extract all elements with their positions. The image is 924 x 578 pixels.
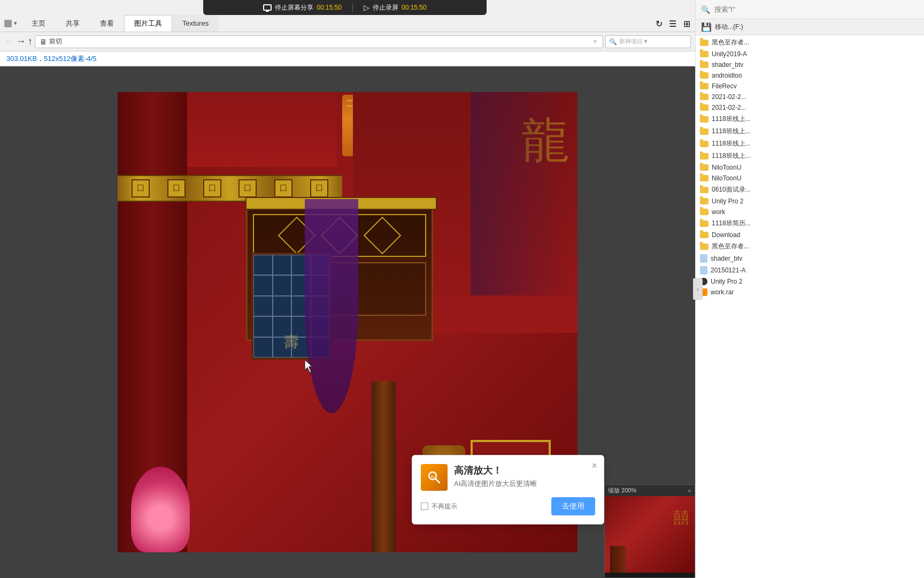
- path-bar: 303.01KB，512x512像素 - 4/5: [0, 51, 695, 66]
- tree-item-1[interactable]: Unity2019-A: [696, 49, 924, 59]
- folder-icon: [700, 62, 709, 68]
- file-size: 303.01KB，512x512像素: [6, 54, 84, 64]
- sidebar-search-bar: 🔍: [696, 0, 924, 19]
- sidebar-location: 💾 移动...(F:): [696, 19, 924, 35]
- folder-icon: [700, 40, 709, 46]
- tree-item-15[interactable]: work: [696, 207, 924, 217]
- search-box[interactable]: 🔍 新神项目▼: [605, 35, 691, 48]
- stop-record-item[interactable]: ▷ 停止录屏 00:15:50: [364, 3, 427, 12]
- tree-item-20[interactable]: 20150121-A: [696, 264, 924, 276]
- address-bar[interactable]: 🖥 前切 ▼: [35, 35, 603, 48]
- tree-item-label-0: 黑色至存者...: [712, 38, 749, 47]
- tree-item-11[interactable]: NiloToonU: [696, 162, 924, 173]
- tree-item-0[interactable]: 黑色至存者...: [696, 36, 924, 49]
- right-sidebar: 🔍 💾 移动...(F:) 黑色至存者... Unity2019-A shade…: [695, 0, 924, 578]
- refresh-btn[interactable]: ↻: [652, 17, 665, 30]
- tree-item-5[interactable]: 2021-02-2...: [696, 92, 924, 102]
- action-btn[interactable]: 去使用: [551, 497, 595, 515]
- folder-icon: [700, 104, 709, 111]
- tree-item-8[interactable]: 1118班线上...: [696, 125, 924, 138]
- forward-icon[interactable]: →: [16, 36, 26, 47]
- tab-image-tools[interactable]: 图片工具: [124, 15, 172, 32]
- thumb-happi: 囍: [673, 507, 689, 529]
- tree-item-21[interactable]: Unity Pro 2: [696, 276, 924, 287]
- thumb-column: [610, 546, 626, 573]
- tree-item-12[interactable]: NiloToonU: [696, 173, 924, 184]
- folder-icon: [700, 175, 709, 181]
- tree-item-10[interactable]: 1118班线上...: [696, 150, 924, 162]
- tree-item-label-15: work: [712, 208, 725, 216]
- tree-item-label-22: work.rar: [711, 288, 734, 296]
- address-text: 前切: [49, 37, 62, 46]
- tree-item-22[interactable]: work.rar: [696, 287, 924, 298]
- tree-item-label-18: 黑色至存者...: [712, 242, 749, 251]
- tree-item-label-1: Unity2019-A: [712, 50, 747, 58]
- lp: [253, 275, 273, 295]
- zoom-level: 缩放 200%: [608, 486, 636, 495]
- tree-item-3[interactable]: androidtoo: [696, 70, 924, 81]
- folder-icon: [700, 153, 709, 159]
- tree-item-label-9: 1118班线上...: [712, 139, 751, 148]
- tree-item-2[interactable]: shader_btv: [696, 59, 924, 70]
- svg-text:AI: AI: [430, 474, 435, 479]
- folder-icon: [700, 220, 709, 227]
- tree-item-18[interactable]: 黑色至存者...: [696, 240, 924, 253]
- no-remind-label: 不再提示: [432, 502, 457, 511]
- tab-home[interactable]: 主页: [21, 15, 56, 32]
- collapse-sidebar-btn[interactable]: ›: [693, 278, 703, 300]
- thumbnail-close[interactable]: ×: [688, 488, 691, 494]
- tree-item-6[interactable]: 2021-02-2...: [696, 102, 924, 113]
- stop-share-item[interactable]: 停止屏幕分享 00:15:50: [263, 3, 342, 12]
- no-remind-checkbox[interactable]: [421, 503, 428, 510]
- curtain: [471, 92, 578, 295]
- popup-close-btn[interactable]: ×: [591, 461, 597, 470]
- thumb-content: 囍: [605, 496, 695, 573]
- popup-desc: AI高清使图片放大后更清晰: [454, 479, 537, 489]
- tree-item-label-19: shader_btv: [711, 255, 742, 262]
- folder-icon: [700, 232, 709, 238]
- tab-share[interactable]: 共享: [56, 15, 90, 32]
- tree-item-9[interactable]: 1118班线上...: [696, 138, 924, 150]
- tree-item-label-12: NiloToonU: [712, 174, 741, 182]
- tree-item-label-4: FileRecv: [712, 82, 737, 90]
- back-icon[interactable]: ←: [4, 36, 14, 47]
- stop-share-label: 停止屏幕分享: [275, 3, 313, 12]
- nav-row: ← → ↑ 🖥 前切 ▼ 🔍 新神项目▼: [0, 32, 695, 51]
- tree-item-13[interactable]: 0610面试录...: [696, 184, 924, 196]
- tree-item-17[interactable]: Download: [696, 230, 924, 240]
- popup-icon: AI: [421, 464, 448, 491]
- divider: [352, 3, 353, 12]
- thumbnail-panel: 缩放 200% × 囍: [604, 484, 695, 578]
- folder-icon: [700, 187, 709, 193]
- fullscreen-btn[interactable]: ⊞: [680, 17, 693, 30]
- page-info: 4/5: [87, 55, 96, 63]
- popup-footer: 不再提示 去使用: [421, 497, 595, 515]
- pattern-2: 囗: [167, 179, 186, 197]
- share-timer: 00:15:50: [317, 4, 342, 11]
- tree-item-4[interactable]: FileRecv: [696, 81, 924, 92]
- tree-item-label-8: 1118班线上...: [712, 127, 751, 136]
- diamond3: [364, 217, 402, 255]
- folder-icon: [700, 94, 709, 100]
- tree-item-7[interactable]: 1118班线上...: [696, 113, 924, 125]
- tab-textures[interactable]: Textures: [172, 15, 219, 32]
- tree-item-14[interactable]: Unity Pro 2: [696, 196, 924, 207]
- tree-item-16[interactable]: 1118班简历...: [696, 217, 924, 230]
- folder-icon: [700, 141, 709, 147]
- popup-title: 高清放大！: [454, 464, 537, 477]
- location-text: 移动...(F:): [715, 22, 743, 32]
- tree-item-label-3: androidtoo: [712, 72, 742, 79]
- column: [372, 381, 396, 552]
- lp: [273, 275, 292, 295]
- popup-notification: × AI 高清放大！ AI高清使图片放大后更清晰 不再提示 去使用: [412, 455, 604, 524]
- folder-icon: [700, 116, 709, 123]
- sidebar-search-input[interactable]: [714, 5, 919, 13]
- menu-btn[interactable]: ☰: [666, 17, 679, 30]
- stop-record-label: 停止录屏: [373, 3, 398, 12]
- folder-icon: [700, 83, 709, 89]
- popup-icon-img: AI: [421, 464, 448, 491]
- tree-item-label-11: NiloToonU: [712, 164, 741, 171]
- up-icon[interactable]: ↑: [28, 36, 33, 47]
- tree-item-19[interactable]: shader_btv: [696, 253, 924, 264]
- tab-view[interactable]: 查看: [90, 15, 124, 32]
